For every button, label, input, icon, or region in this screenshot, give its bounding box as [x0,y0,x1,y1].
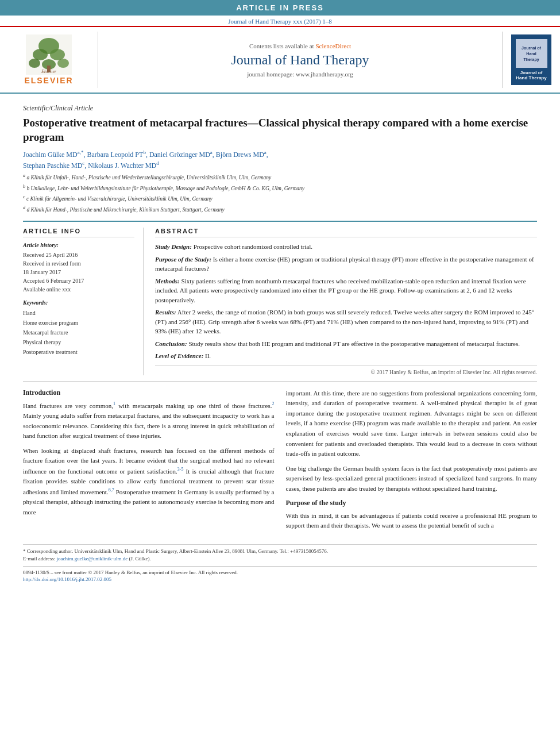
abstract-results: Results: After 2 weeks, the range of mot… [155,307,537,336]
journal-badge: Journal of Hand Therapy Journal ofHand T… [511,34,551,85]
author-gulke-sup: a,* [78,149,84,155]
author-leopold-sup: b [143,149,146,155]
study-design-label: Study Design: [155,243,192,250]
email-label: E-mail address: [23,556,55,561]
svg-text:Therapy: Therapy [523,57,539,62]
journal-badge-area: Journal of Hand Therapy Journal ofHand T… [503,32,560,88]
study-design-text: Prospective cohort randomized controlled… [194,243,312,250]
issn-line: 0894-1130/$ – see front matter © 2017 Ha… [23,569,238,577]
author-gulke: Joachim Gülke MD [23,151,78,159]
right-para2: One big challenge the German health syst… [286,464,538,494]
svg-point-6 [57,59,69,68]
article-type: Scientific/Clinical Article [23,99,537,113]
purpose-title: Purpose of the study [286,499,538,507]
journal-header: Elsevier ELSEVIER Contents lists availab… [0,26,560,94]
affiliation-a: a a Klinik für Unfall-, Hand-, Plastisch… [23,172,537,182]
methods-label: Methods: [155,278,180,284]
abstract-purpose: Purpose of the Study: Is either a home e… [155,255,537,274]
svg-point-4 [29,59,40,68]
results-label: Results: [155,309,176,316]
body-right-column: important. At this time, there are no su… [286,389,538,536]
svg-point-3 [50,49,65,60]
level-label: Level of Evidence: [155,352,203,359]
journal-homepage: journal homepage: www.jhandtherapy.org [247,71,353,78]
abstract-column: ABSTRACT Study Design: Prospective cohor… [155,228,537,375]
body-section: Introduction Hand fractures are very com… [23,389,537,536]
abstract-heading: ABSTRACT [155,228,537,237]
main-content: Scientific/Clinical Article Postoperativ… [0,94,560,588]
abstract-level: Level of Evidence: II. [155,351,537,361]
sciencedirect-link[interactable]: ScienceDirect [315,43,351,49]
elsevier-logo-area: Elsevier ELSEVIER [0,32,98,88]
journal-title-area: Contents lists available at ScienceDirec… [98,32,503,88]
article-title: Postoperative treatment of metacarpal fr… [23,116,537,144]
body-left-column: Introduction Hand fractures are very com… [23,389,275,536]
keywords-label: Keywords: [23,299,134,306]
svg-text:Hand: Hand [526,52,536,56]
abstract-study-design: Study Design: Prospective cohort randomi… [155,242,537,252]
introduction-title: Introduction [23,389,275,397]
article-info-heading: ARTICLE INFO [23,228,134,237]
footnotes-section: * Corresponding author. Universitätsklin… [23,544,537,563]
keyword-hand: Hand [23,308,134,318]
email-note: E-mail address: joachim.guelke@uniklinik… [23,555,537,563]
contents-available-text: Contents lists available at ScienceDirec… [249,43,351,49]
svg-text:Journal of: Journal of [522,46,542,50]
journal-link-bar: Journal of Hand Therapy xxx (2017) 1–8 [0,16,560,26]
abstract-text: Study Design: Prospective cohort randomi… [155,242,537,361]
email-link[interactable]: joachim.guelke@uniklinik-ulm.de [56,556,128,561]
author-grozinger: Daniel Grözinger MD [149,151,210,159]
conclusion-text: Study results show that both HE program … [188,340,520,347]
author-paschke-sup: c [82,160,84,166]
received-revised-label: Received in revised form [23,259,134,268]
author-leopold: Barbara Leopold PT [87,151,143,159]
elsevier-logo: Elsevier ELSEVIER [24,34,73,85]
journal-badge-icon: Journal of Hand Therapy [516,39,547,68]
svg-text:Elsevier: Elsevier [41,69,57,74]
received-revised-date: 18 January 2017 [23,268,134,276]
abstract-methods: Methods: Sixty patients suffering from n… [155,276,537,305]
elsevier-tree-icon: Elsevier [26,34,72,75]
article-info-column: ARTICLE INFO Article history: Received 2… [23,228,144,375]
author-paschke: Stephan Paschke MD [23,161,82,170]
conclusion-label: Conclusion: [155,340,187,347]
author-wachter: Nikolaus J. Wachter MD [88,161,156,170]
purpose-label: Purpose of the Study: [155,256,211,263]
corresponding-author-note: * Corresponding author. Universitätsklin… [23,548,537,556]
intro-para2: When looking at displaced shaft fracture… [23,446,275,517]
results-text: After 2 weeks, the range of motion (ROM)… [155,309,534,334]
right-para1: important. At this time, there are no su… [286,389,538,459]
purpose-text: Is either a home exercise (HE) program o… [155,256,534,272]
corresponding-label: * Corresponding author. [23,548,73,554]
affiliation-d: d d Klinik für Hand-, Plastische und Mik… [23,205,537,214]
ref2: 2 [272,401,275,406]
doi-link[interactable]: http://dx.doi.org/10.1016/j.jht.2017.02.… [23,576,238,582]
affiliation-c: c c Klinik für Allgemein- und Viszeralch… [23,194,537,203]
level-text: II. [205,352,211,359]
intro-para1: Hand fractures are very common,1 with me… [23,401,275,441]
email-suffix: (J. Gülke). [129,556,151,561]
copyright-line: © 2017 Hanley & Belfus, an imprint of El… [155,366,537,375]
ref1: 1 [113,401,115,406]
page-footer: 0894-1130/$ – see front matter © 2017 Ha… [23,566,537,583]
journal-main-title: Journal of Hand Therapy [231,52,369,68]
purpose-para: With this in mind, it can be advantageou… [286,511,538,531]
article-history-label: Article history: [23,242,134,248]
author-wachter-sup: d [156,160,159,166]
article-in-press-banner: ARTICLE IN PRESS [0,0,560,16]
received-date: Received 25 April 2016 [23,251,134,259]
keyword-hep: Home exercise program [23,318,134,328]
svg-point-2 [33,49,48,60]
affiliation-b: b b Unikollege, Lehr- und Weiterbildungs… [23,183,537,193]
journal-link-text: Journal of Hand Therapy xxx (2017) 1–8 [228,18,332,25]
info-abstract-section: ARTICLE INFO Article history: Received 2… [23,221,537,382]
keyword-pt: Physical therapy [23,337,134,347]
available-online: Available online xxx [23,285,134,294]
ref6-7: 6,7 [109,487,114,493]
author-grozinger-sup: a [210,149,213,155]
authors-line: Joachim Gülke MDa,*, Barbara Leopold PTb… [23,149,537,171]
abstract-conclusion: Conclusion: Study results show that both… [155,339,537,349]
methods-text: Sixty patients suffering from nonthumb m… [155,278,526,303]
author-drews: Björn Drews MD [216,151,264,159]
ref3-5: 3-5 [177,467,184,472]
